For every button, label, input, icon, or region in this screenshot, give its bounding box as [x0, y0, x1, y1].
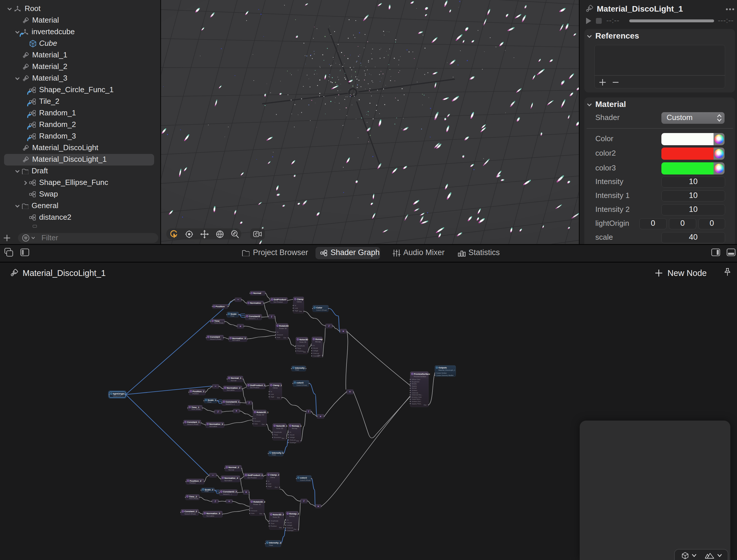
- svg-text:Axis: Axis: [254, 423, 258, 425]
- svg-text:Float: Float: [231, 315, 235, 317]
- svg-text:In: In: [271, 391, 272, 392]
- svg-text:Rotate3D_2: Rotate3D_2: [254, 501, 265, 503]
- svg-text:Position_2: Position_2: [190, 480, 202, 482]
- svg-text:Intensity 1: Intensity 1: [272, 452, 284, 454]
- svg-text:OutHigh: OutHigh: [290, 442, 296, 443]
- svg-text:High: High: [295, 310, 298, 312]
- svg-text:×: ×: [245, 490, 247, 494]
- svg-text:Vec: Vec: [282, 437, 285, 439]
- svg-text:Amount: Amount: [251, 510, 257, 512]
- svg-text:OutLow: OutLow: [290, 439, 296, 441]
- svg-text:Vector3 (...): Vector3 (...): [249, 318, 258, 319]
- svg-text:Out: Out: [423, 404, 426, 406]
- svg-text:Opacity Thres...: Opacity Thres...: [412, 403, 422, 405]
- svg-text:Amount: Amount: [254, 420, 261, 422]
- svg-text:Axis: Axis: [251, 512, 254, 514]
- svg-text:Diffuse Color: Diffuse Color: [412, 379, 420, 380]
- svg-text:InLow: InLow: [290, 434, 295, 436]
- svg-text:Noise3D: Noise3D: [300, 338, 309, 341]
- svg-text:Remap: Remap: [290, 515, 295, 517]
- svg-text:DotProduct_2: DotProduct_2: [248, 474, 263, 477]
- svg-text:In: In: [251, 507, 253, 509]
- svg-text:−: −: [215, 385, 217, 388]
- svg-text:Remap: Remap: [316, 338, 323, 341]
- svg-text:Vector3 (Fl...): Vector3 (Fl...): [113, 395, 123, 397]
- svg-text:Remap_2: Remap_2: [290, 512, 299, 515]
- svg-text:Normalize_3: Normalize_3: [210, 423, 223, 426]
- svg-text:OutLow: OutLow: [313, 352, 319, 354]
- svg-text:Constant3_2: Constant3_2: [223, 490, 237, 493]
- svg-text:Emissive Color: Emissive Color: [412, 396, 422, 398]
- svg-text:Position: Position: [193, 393, 199, 394]
- svg-text:Constant_2: Constant_2: [185, 510, 197, 513]
- svg-text:High: High: [268, 486, 272, 487]
- svg-text:Normalize: Normalize: [210, 426, 218, 427]
- svg-text:Ambient Occl...: Ambient Occl...: [412, 401, 422, 402]
- svg-text:Normalize_2: Normalize_2: [227, 387, 241, 389]
- svg-text:/: /: [218, 410, 219, 413]
- svg-text:Rotate3D_1: Rotate3D_1: [257, 411, 269, 414]
- svg-text:InHigh: InHigh: [290, 437, 295, 438]
- svg-text:Vector3 (...): Vector3 (...): [223, 493, 232, 495]
- svg-text:Normal: Normal: [231, 380, 237, 381]
- svg-text:InHigh: InHigh: [313, 350, 318, 352]
- svg-text:Custom Surface: Custom Surface: [436, 372, 447, 374]
- svg-text:/: /: [215, 500, 216, 503]
- svg-text:DotProduct: DotProduct: [274, 298, 287, 301]
- svg-text:Rotate 3D: Rotate 3D: [257, 414, 264, 416]
- svg-text:OutHigh: OutHigh: [287, 530, 294, 531]
- svg-text:Out: Out: [318, 354, 321, 356]
- svg-text:+: +: [236, 409, 237, 412]
- svg-text:Remap: Remap: [316, 341, 321, 343]
- svg-text:High: High: [271, 396, 274, 398]
- svg-text:color2: color2: [300, 477, 308, 479]
- svg-text:Vector3 (Float): Vector3 (Float): [210, 338, 221, 340]
- svg-text:Normalize: Normalize: [225, 480, 233, 481]
- svg-text:Preview Surface: Preview Surface: [414, 376, 426, 377]
- svg-text:×: ×: [240, 325, 241, 328]
- svg-text:Evolution: Evolution: [274, 437, 281, 438]
- svg-text:color3: color3: [297, 381, 304, 384]
- svg-text:In: In: [290, 431, 291, 433]
- svg-text:Metallic: Metallic: [412, 383, 417, 385]
- svg-text:Float: Float: [272, 454, 276, 456]
- svg-text:Float: Float: [295, 369, 299, 371]
- svg-text:Time_2: Time_2: [189, 495, 197, 498]
- svg-text:+: +: [349, 390, 351, 393]
- svg-text:Out: Out: [262, 423, 265, 425]
- svg-text:Time (Float): Time (Float): [192, 408, 201, 410]
- svg-text:Normalize: Normalize: [207, 515, 215, 517]
- svg-text:Remap: Remap: [292, 428, 298, 429]
- svg-text:InLow: InLow: [313, 347, 318, 349]
- svg-text:Position: Position: [271, 525, 277, 527]
- svg-text:Normal: Normal: [253, 292, 261, 294]
- svg-text:Position: Position: [216, 305, 225, 308]
- svg-text:/: /: [329, 324, 330, 328]
- svg-text:Out: Out: [277, 397, 280, 399]
- svg-text:Vector3 (Float): Vector3 (Float): [185, 513, 196, 515]
- svg-text:In: In: [254, 418, 256, 419]
- svg-text:Float: Float: [205, 490, 209, 492]
- svg-text:×: ×: [320, 415, 322, 418]
- svg-text:Float: Float: [269, 544, 273, 546]
- svg-text:Clamp_1: Clamp_1: [273, 384, 282, 387]
- svg-text:Amount: Amount: [277, 334, 283, 336]
- svg-text:Scale: Scale: [231, 313, 237, 315]
- svg-text:Out: Out: [283, 337, 286, 339]
- svg-text:Clamp: Clamp: [270, 477, 275, 478]
- svg-text:Custom Geometry Modifier: Custom Geometry Modifier: [436, 374, 454, 376]
- svg-text:Vec: Vec: [279, 527, 282, 528]
- svg-text:Low: Low: [268, 483, 272, 485]
- svg-text:Normal: Normal: [412, 387, 416, 389]
- svg-text:Dot Product: Dot Product: [274, 301, 283, 303]
- svg-text:Clearcoat Rou...: Clearcoat Rou...: [412, 394, 422, 396]
- svg-text:Normalize: Normalize: [250, 302, 261, 304]
- svg-text:/: /: [249, 401, 250, 404]
- svg-text:Normal: Normal: [229, 469, 234, 471]
- svg-text:Inward Norm...: Inward Norm...: [412, 398, 421, 400]
- svg-text:PreviewSurface: PreviewSurface: [414, 373, 430, 375]
- svg-text:Time (Float): Time (Float): [214, 322, 224, 324]
- svg-text:Color: Color: [316, 306, 323, 309]
- svg-text:Time: Time: [297, 348, 301, 349]
- svg-text:Clamp: Clamp: [297, 298, 304, 301]
